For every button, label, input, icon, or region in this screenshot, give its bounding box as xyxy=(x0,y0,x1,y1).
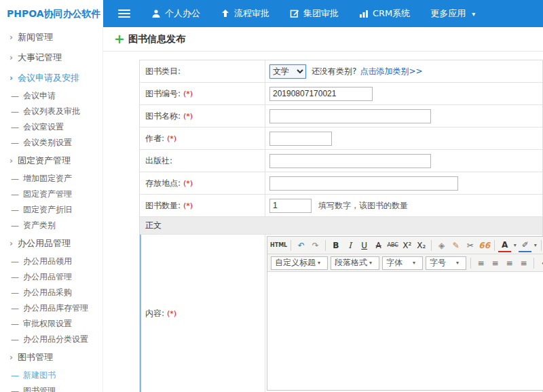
add-category-link[interactable]: 点击添加类别>> xyxy=(360,66,422,77)
sidebar-subitem-asset-manage[interactable]: —固定资产管理 xyxy=(0,187,102,202)
underline-button[interactable]: U xyxy=(358,239,371,252)
author-input[interactable] xyxy=(269,132,332,146)
book-number-input[interactable] xyxy=(269,87,373,101)
chevron-down-icon: ▾ xyxy=(318,260,324,266)
bold-button[interactable]: B xyxy=(329,239,342,252)
html-source-button[interactable]: HTML xyxy=(270,239,287,252)
sidebar-subitem-book-manage[interactable]: —图书管理 xyxy=(0,383,102,392)
heading-style-dropdown[interactable]: 自定义标题 ▾ xyxy=(271,256,328,270)
align-center-button[interactable]: ≡ xyxy=(489,256,502,270)
nav-group-approval[interactable]: 集团审批 xyxy=(280,0,349,27)
eraser-icon[interactable]: ◈ xyxy=(435,239,448,252)
highlight-color-button[interactable]: ✐ xyxy=(519,239,531,252)
remove-format-button[interactable]: ABC xyxy=(386,239,399,252)
sidebar-item-label: 新闻管理 xyxy=(18,31,53,43)
book-name-input[interactable] xyxy=(269,109,431,123)
form-row-publisher: 出版社: xyxy=(140,150,542,172)
format-brush-icon[interactable]: ✎ xyxy=(449,239,462,252)
required-marker: (*) xyxy=(167,134,176,143)
sidebar-subitem-asset-category[interactable]: —资产类别 xyxy=(0,218,102,233)
required-marker: (*) xyxy=(167,309,176,318)
italic-button[interactable]: I xyxy=(343,239,356,252)
sidebar-item-label: 固定资产管理 xyxy=(23,189,72,200)
font-family-dropdown[interactable]: 字体 ▾ xyxy=(382,256,423,270)
sidebar-subitem-asset-depreciation[interactable]: —固定资产折旧 xyxy=(0,202,102,218)
dash-icon: — xyxy=(11,387,19,392)
quantity-note: 填写数字，该图书的数量 xyxy=(318,200,408,212)
sidebar-subitem-meeting-list[interactable]: —会议列表及审批 xyxy=(0,104,102,119)
field-label-text: 内容: xyxy=(145,308,164,319)
align-justify-button[interactable]: ≡ xyxy=(517,256,530,270)
sidebar-subitem-supplies-inventory[interactable]: —办公用品库存管理 xyxy=(0,300,102,316)
sidebar-subitem-meeting-apply[interactable]: —会议申请 xyxy=(0,88,102,104)
field-label-text: 图书名称: xyxy=(145,111,181,122)
paragraph-format-dropdown[interactable]: 段落格式 ▾ xyxy=(331,256,379,270)
sidebar-subitem-supplies-purchase[interactable]: —办公用品采购 xyxy=(0,285,102,300)
nav-crm-system[interactable]: CRM系统 xyxy=(349,0,420,27)
cut-icon[interactable]: ✂ xyxy=(464,239,476,252)
sidebar-item-label: 图书管理 xyxy=(18,351,53,364)
chevron-right-icon: › xyxy=(10,353,13,362)
sidebar-item-book-mgmt[interactable]: ›图书管理 xyxy=(0,347,102,368)
sidebar-subitem-asset-add[interactable]: —增加固定资产 xyxy=(0,171,102,187)
location-input[interactable] xyxy=(269,176,458,191)
flow-icon xyxy=(221,9,230,18)
chevron-down-icon: ▾ xyxy=(456,260,462,266)
page-title-row: + 图书信息发布 xyxy=(103,27,543,52)
field-label: 图书名称: (*) xyxy=(140,105,265,127)
top-nav: 个人办公 流程审批 集团审批 CRM系统 更多应用 ▾ xyxy=(141,0,485,27)
chevron-right-icon: › xyxy=(10,156,13,165)
sidebar-item-label: 办公用品库存管理 xyxy=(23,302,88,314)
nav-personal-office[interactable]: 个人办公 xyxy=(141,0,210,27)
menu-icon[interactable] xyxy=(118,9,130,18)
outdent-button[interactable]: « xyxy=(538,256,543,270)
sidebar-subitem-supplies-category[interactable]: —办公用品分类设置 xyxy=(0,332,102,347)
toolbar-separator xyxy=(291,240,291,251)
sidebar-item-label: 会议类别设置 xyxy=(23,137,72,149)
sidebar-item-meeting-mgmt[interactable]: ›会议申请及安排 xyxy=(0,68,102,88)
redo-icon[interactable]: ↷ xyxy=(309,239,322,252)
publisher-input[interactable] xyxy=(269,154,431,168)
sidebar-subitem-meeting-category[interactable]: —会议类别设置 xyxy=(0,135,102,151)
sidebar-subitem-approval-permission[interactable]: —审批权限设置 xyxy=(0,316,102,332)
sidebar-item-label: 增加固定资产 xyxy=(23,173,72,184)
dropdown-label: 段落格式 xyxy=(335,257,367,269)
subscript-button[interactable]: X₂ xyxy=(415,239,428,252)
sidebar-item-supplies-mgmt[interactable]: ›办公用品管理 xyxy=(0,233,102,254)
align-left-button[interactable]: ≡ xyxy=(474,256,487,270)
editor-content-area[interactable] xyxy=(267,272,543,390)
page-title: 图书信息发布 xyxy=(128,33,185,45)
nav-item-label: 个人办公 xyxy=(165,7,200,20)
dropdown-label: 自定义标题 xyxy=(275,257,316,269)
sidebar-subitem-supplies-claim[interactable]: —办公用品领用 xyxy=(0,254,102,269)
add-icon: + xyxy=(114,33,125,45)
sidebar-item-label: 办公用品分类设置 xyxy=(23,334,88,345)
category-select[interactable]: 文学 xyxy=(269,64,306,79)
sidebar-item-news-mgmt[interactable]: ›新闻管理 xyxy=(0,27,102,47)
font-size-dropdown[interactable]: 字号 ▾ xyxy=(426,256,466,270)
font-color-button[interactable]: A xyxy=(498,239,511,252)
field-cell xyxy=(265,105,542,127)
undo-icon[interactable]: ↶ xyxy=(295,239,307,252)
toolbar-separator xyxy=(470,258,471,269)
quantity-input[interactable] xyxy=(269,199,312,213)
sidebar-item-asset-mgmt[interactable]: ›固定资产管理 xyxy=(0,151,102,171)
superscript-button[interactable]: X² xyxy=(400,239,413,252)
sidebar-item-label: 办公用品管理 xyxy=(18,237,71,250)
strikethrough-button[interactable]: A xyxy=(372,239,385,252)
sidebar-item-events-mgmt[interactable]: ›大事记管理 xyxy=(0,47,102,68)
required-marker: (*) xyxy=(183,179,193,188)
align-right-button[interactable]: ≡ xyxy=(503,256,516,270)
blockquote-button[interactable]: 66 xyxy=(478,239,491,252)
chevron-down-icon[interactable]: ▾ xyxy=(532,239,538,252)
dash-icon: — xyxy=(11,190,19,199)
sidebar-subitem-meeting-room[interactable]: —会议室设置 xyxy=(0,119,102,135)
nav-process-approval[interactable]: 流程审批 xyxy=(210,0,280,27)
user-icon xyxy=(151,9,161,18)
nav-more-apps[interactable]: 更多应用 ▾ xyxy=(420,0,485,27)
sidebar-item-label: 资产类别 xyxy=(23,220,56,231)
sidebar-subitem-supplies-manage[interactable]: —办公用品管理 xyxy=(0,269,102,285)
field-label: 出版社: xyxy=(140,150,265,172)
chevron-down-icon[interactable]: ▾ xyxy=(512,239,518,252)
sidebar-subitem-book-new[interactable]: —新建图书 xyxy=(0,368,102,383)
